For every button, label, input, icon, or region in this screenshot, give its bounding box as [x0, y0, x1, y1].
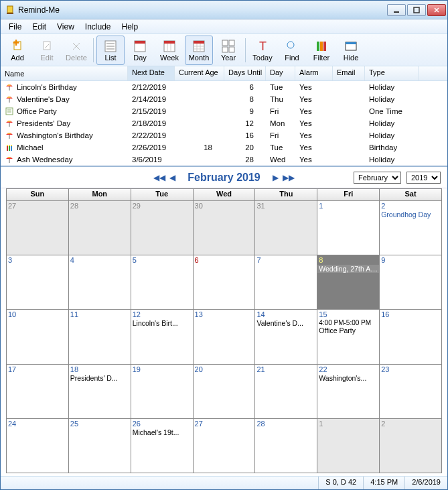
day-cell[interactable]: 24 — [7, 419, 69, 473]
day-cell[interactable]: 12Lincoln's Birt... — [131, 310, 194, 364]
day-cell[interactable]: 27 — [7, 201, 69, 255]
day-cell[interactable]: 19 — [131, 365, 194, 419]
day-number: 23 — [381, 365, 389, 373]
day-cell[interactable]: 20 — [194, 365, 256, 419]
prev-month-button[interactable]: ◀ — [169, 173, 175, 182]
today-button[interactable]: TToday — [248, 36, 277, 65]
day-cell[interactable]: 154:00 PM-5:00 PMOffice Party — [317, 310, 380, 364]
column-email[interactable]: Email — [333, 66, 365, 80]
svg-rect-23 — [222, 40, 228, 46]
filter-button[interactable]: Filter — [307, 36, 335, 65]
event-label[interactable]: Groundhog Day — [380, 210, 441, 219]
list-row[interactable]: Valentine's Day2/14/20198ThuYesHoliday — [1, 93, 447, 105]
day-button[interactable]: Day — [126, 36, 154, 65]
day-cell[interactable]: 8Wedding, 27th Anniversary — [317, 255, 380, 310]
day-cell[interactable]: 6 — [194, 255, 256, 310]
menu-view[interactable]: View — [52, 21, 80, 33]
day-cell[interactable]: 30 — [194, 201, 256, 255]
column-next-date[interactable]: Next Date — [128, 66, 175, 80]
minimize-button[interactable] — [387, 4, 406, 16]
add-button[interactable]: ✚Add — [3, 36, 31, 65]
menu-help[interactable]: Help — [117, 21, 144, 33]
find-button[interactable]: Find — [278, 36, 306, 65]
svg-point-28 — [287, 42, 294, 48]
year-select[interactable]: 2019 — [406, 172, 441, 184]
month-select[interactable]: February — [354, 172, 401, 184]
umbrella-icon — [5, 95, 14, 104]
day-cell[interactable]: 29 — [131, 201, 194, 255]
day-cell[interactable]: 25 — [69, 419, 131, 473]
day-header-wed: Wed — [194, 189, 256, 200]
event-time: 4:00 PM-5:00 PM — [317, 319, 379, 326]
day-cell[interactable]: 5 — [131, 255, 194, 310]
list-button[interactable]: List — [96, 36, 125, 65]
day-cell[interactable]: 7 — [255, 255, 317, 310]
next-year-button[interactable]: ▶▶ — [283, 173, 295, 182]
event-label[interactable]: Office Party — [317, 326, 379, 334]
day-cell[interactable]: 9 — [380, 255, 442, 310]
list-body[interactable]: Lincoln's Birthday2/12/20196TueYesHolida… — [1, 81, 447, 166]
day-cell[interactable]: 3 — [7, 255, 69, 310]
day-cell[interactable]: 23 — [380, 365, 442, 419]
day-cell[interactable]: 27 — [194, 419, 256, 473]
list-icon — [103, 39, 118, 54]
list-row[interactable]: Presidents' Day2/18/201912MonYesHoliday — [1, 117, 447, 129]
next-month-button[interactable]: ▶ — [273, 173, 279, 182]
day-cell[interactable]: 2Groundhog Day — [380, 201, 442, 255]
status-date: 2/6/2019 — [404, 477, 447, 489]
day-number: 25 — [70, 420, 78, 428]
prev-year-button[interactable]: ◀◀ — [153, 173, 165, 182]
day-cell[interactable]: 2 — [380, 419, 442, 473]
day-cell[interactable]: 21 — [255, 365, 317, 419]
day-cell[interactable]: 18Presidents' D... — [69, 365, 131, 419]
event-label[interactable]: Michael's 19t... — [131, 428, 193, 436]
day-header-sat: Sat — [380, 189, 441, 200]
day-cell[interactable]: 17 — [7, 365, 69, 419]
event-label[interactable]: Wedding, 27th Anniversary — [317, 265, 379, 273]
day-cell[interactable]: 22Washington's... — [317, 365, 380, 419]
day-cell[interactable]: 13 — [194, 310, 256, 364]
day-cell[interactable]: 11 — [69, 310, 131, 364]
column-current-age[interactable]: Current Age — [175, 66, 224, 80]
day-header-tue: Tue — [131, 189, 194, 200]
maximize-button[interactable] — [407, 4, 426, 16]
cal7-icon — [162, 39, 177, 54]
day-cell[interactable]: 28 — [69, 201, 131, 255]
month-button[interactable]: Month — [185, 36, 213, 65]
day-cell[interactable]: 10 — [7, 310, 69, 364]
day-number: 12 — [133, 310, 141, 318]
list-row[interactable]: Michael2/26/20191820TueYesBirthday — [1, 141, 447, 154]
day-number: 15 — [319, 310, 327, 318]
menu-include[interactable]: Include — [80, 21, 117, 33]
column-name[interactable]: Name — [1, 66, 128, 80]
list-row[interactable]: Office Party2/15/20199FriYesOne Time — [1, 105, 447, 117]
event-label[interactable]: Valentine's D... — [255, 319, 317, 327]
event-label[interactable]: Lincoln's Birt... — [131, 319, 193, 327]
day-cell[interactable]: 28 — [255, 419, 317, 473]
day-cell[interactable]: 26Michael's 19t... — [131, 419, 194, 473]
event-label[interactable]: Washington's... — [317, 374, 379, 382]
column-days-until[interactable]: Days Until — [224, 66, 266, 80]
day-cell[interactable]: 1 — [317, 201, 380, 255]
calendar-title: February 2019 — [188, 172, 260, 184]
toolbar: ✚AddEditDeleteListDayWeekMonthYearTToday… — [1, 34, 447, 66]
day-cell[interactable]: 1 — [317, 419, 380, 473]
week-button[interactable]: Week — [155, 36, 183, 65]
day-cell[interactable]: 16 — [380, 310, 442, 364]
close-button[interactable] — [427, 4, 446, 16]
column-alarm[interactable]: Alarm — [295, 66, 333, 80]
svg-rect-0 — [7, 6, 13, 13]
day-cell[interactable]: 4 — [69, 255, 131, 310]
day-cell[interactable]: 31 — [255, 201, 317, 255]
list-row[interactable]: Lincoln's Birthday2/12/20196TueYesHolida… — [1, 81, 447, 93]
list-row[interactable]: Ash Wednesday3/6/201928WedYesHoliday — [1, 154, 447, 166]
hide-button[interactable]: Hide — [337, 36, 365, 65]
menu-edit[interactable]: Edit — [27, 21, 52, 33]
column-type[interactable]: Type — [365, 66, 419, 80]
day-cell[interactable]: 14Valentine's D... — [255, 310, 317, 364]
list-row[interactable]: Washington's Birthday2/22/201916FriYesHo… — [1, 129, 447, 141]
year-button[interactable]: Year — [214, 36, 242, 65]
menu-file[interactable]: File — [3, 21, 27, 33]
column-day[interactable]: Day — [266, 66, 295, 80]
event-label[interactable]: Presidents' D... — [69, 374, 131, 382]
